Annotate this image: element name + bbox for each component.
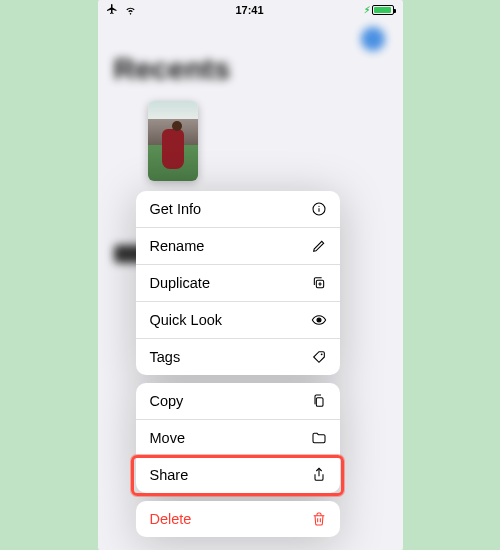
share-icon — [309, 467, 327, 483]
menu-item-label: Quick Look — [150, 312, 223, 328]
tag-icon — [309, 349, 327, 365]
folder-icon — [309, 430, 327, 446]
menu-item-tags[interactable]: Tags — [136, 339, 340, 375]
duplicate-icon — [309, 275, 327, 291]
battery-icon — [372, 5, 394, 15]
menu-item-label: Delete — [150, 511, 192, 527]
menu-item-quick-look[interactable]: Quick Look — [136, 302, 340, 339]
menu-group-1: Get Info Rename Duplicate Quick Look — [136, 191, 340, 375]
status-bar: 17:41 ⚡︎ — [98, 0, 403, 20]
trash-icon — [309, 511, 327, 527]
menu-item-get-info[interactable]: Get Info — [136, 191, 340, 228]
copy-icon — [309, 393, 327, 409]
airplane-icon — [106, 3, 118, 17]
menu-item-copy[interactable]: Copy — [136, 383, 340, 420]
svg-point-2 — [318, 206, 319, 207]
menu-item-duplicate[interactable]: Duplicate — [136, 265, 340, 302]
svg-point-7 — [320, 353, 322, 355]
file-thumbnail[interactable] — [148, 101, 198, 181]
page-title: Recents — [114, 52, 231, 86]
menu-item-label: Duplicate — [150, 275, 210, 291]
svg-rect-8 — [316, 398, 323, 407]
menu-group-3: Delete — [136, 501, 340, 537]
pencil-icon — [309, 238, 327, 254]
avatar-placeholder — [361, 27, 385, 51]
menu-item-label: Rename — [150, 238, 205, 254]
menu-item-label: Tags — [150, 349, 181, 365]
menu-item-delete[interactable]: Delete — [136, 501, 340, 537]
menu-group-2: Copy Move Share — [136, 383, 340, 493]
menu-item-label: Get Info — [150, 201, 202, 217]
menu-item-move[interactable]: Move — [136, 420, 340, 457]
context-menu: Get Info Rename Duplicate Quick Look — [136, 191, 340, 545]
phone-screen: 17:41 ⚡︎ Recents Get Info Rename — [98, 0, 403, 550]
status-time: 17:41 — [235, 4, 263, 16]
eye-icon — [309, 312, 327, 328]
wifi-icon — [124, 3, 137, 18]
info-icon — [309, 201, 327, 217]
status-left — [106, 3, 137, 18]
menu-item-rename[interactable]: Rename — [136, 228, 340, 265]
status-right: ⚡︎ — [362, 5, 394, 15]
menu-item-label: Copy — [150, 393, 184, 409]
svg-point-6 — [317, 318, 321, 322]
menu-item-share[interactable]: Share — [136, 457, 340, 493]
menu-item-label: Move — [150, 430, 185, 446]
charging-icon: ⚡︎ — [364, 5, 370, 15]
menu-item-label: Share — [150, 467, 189, 483]
